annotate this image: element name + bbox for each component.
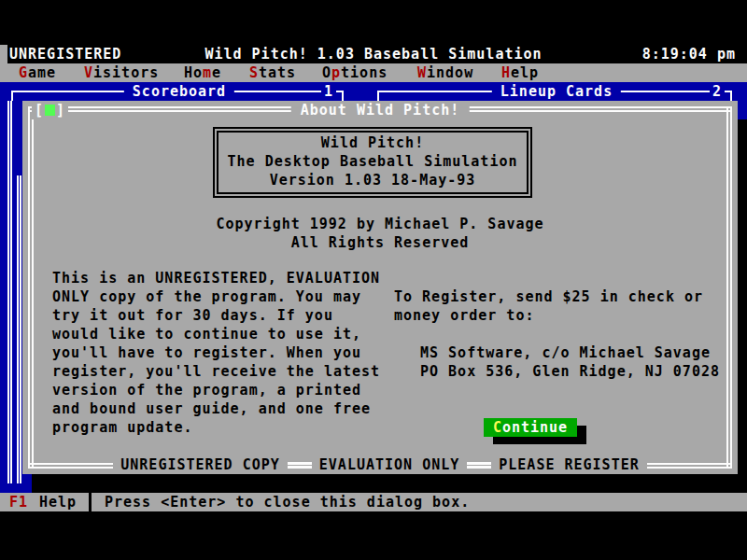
program-subtitle: The Desktop Baseball Simulation [215,152,530,171]
program-version: Version 1.03 18-May-93 [215,171,530,189]
status-bar: F1 Help Press <Enter> to close this dial… [0,493,747,511]
continue-button[interactable]: Continue [484,418,577,437]
register-address: MS Software, c/o Michael Savage PO Box 5… [420,343,738,381]
footer-register: PLEASE REGISTER [491,455,646,474]
menu-help[interactable]: Help [501,63,539,82]
dialog-close-button[interactable]: [] [32,101,68,119]
hotkey-letter: V [84,64,93,81]
window-title-lineup-cards: Lineup Cards [492,82,621,101]
app-titlebar: UNREGISTERED Wild Pitch! 1.03 Baseball S… [0,45,747,63]
window-corner [377,91,379,101]
window-corner [11,91,13,101]
text-line: register, you'll receive the latest [52,362,398,381]
program-info-box: Wild Pitch! The Desktop Baseball Simulat… [213,127,532,198]
rights-line: All Rights Reserved [22,233,738,252]
copyright-line: Copyright 1992 by Michael P. Savage [22,215,738,233]
menu-game[interactable]: Game [19,63,56,82]
text-line: try it out for 30 days. If you [52,306,398,325]
menu-visitors[interactable]: Visitors [84,63,159,82]
hotkey-letter: G [19,64,28,81]
menu-options[interactable]: Options [322,63,388,82]
desktop: UNREGISTERED Wild Pitch! 1.03 Baseball S… [0,45,747,511]
hotkey-letter: m [203,64,212,81]
about-dialog: [] About Wild Pitch! Wild Pitch! The Des… [22,101,738,474]
menu-bar: Game Visitors Home Stats Options Window … [0,63,747,82]
text-line: This is an UNREGISTERED, EVALUATION [52,269,398,287]
dialog-footer: UNREGISTERED COPY EVALUATION ONLY PLEASE… [22,455,738,474]
f1-help-key[interactable]: F1 [9,493,28,511]
dialog-border-left [28,106,34,469]
text-line: ONLY copy of the program. You may [52,287,398,306]
status-message: Press <Enter> to close this dialog box. [105,493,470,511]
text-line: would like to continue to use it, [52,325,398,343]
dialog-title: About Wild Pitch! [291,101,470,119]
text-line: you'll have to register. When you [52,343,398,362]
copyright-block: Copyright 1992 by Michael P. Savage All … [22,215,738,252]
window-corner [342,91,344,101]
footer-evaluation: EVALUATION ONLY [312,455,467,474]
dialog-shadow-right [738,119,747,493]
close-box-icon [45,105,55,116]
menu-stats[interactable]: Stats [249,63,296,82]
window-title-scoreboard: Scoreboard [124,82,234,101]
text-line: money order to: [394,306,730,325]
address-line: PO Box 536, Glen Ridge, NJ 07028 [420,362,738,381]
window-number: 2 [710,82,725,101]
background-window-border [17,175,21,483]
window-corner [730,91,732,101]
hotkey-letter: W [417,64,427,81]
menu-window[interactable]: Window [417,63,473,82]
footer-divider-line [467,462,491,468]
dialog-shadow-bottom [32,474,747,493]
hotkey-letter: p [331,64,341,81]
window-titlebar-lineup-cards[interactable]: Lineup Cards 2 [374,82,740,101]
window-titlebar-scoreboard[interactable]: Scoreboard 1 [7,82,351,101]
footer-unregistered: UNREGISTERED COPY [113,455,288,474]
hotkey-letter: S [249,64,259,81]
dos-screen: UNREGISTERED Wild Pitch! 1.03 Baseball S… [0,0,747,560]
program-name: Wild Pitch! [215,133,530,152]
register-instructions: To Register, send $25 in check or money … [394,287,730,325]
text-line: program update. [52,418,398,437]
text-line: version of the program, a printed [52,381,398,399]
text-line: and bound user guide, and one free [52,399,398,418]
button-hotkey-letter: C [493,419,502,436]
status-divider [89,493,92,511]
window-number: 1 [321,82,336,101]
menu-home[interactable]: Home [184,63,221,82]
text-line: To Register, send $25 in check or [394,287,730,306]
background-window-border [7,101,12,483]
hotkey-letter: H [501,64,511,81]
address-line: MS Software, c/o Michael Savage [420,343,738,362]
f1-help-label[interactable]: Help [39,493,77,511]
clock: 8:19:04 pm [642,45,736,63]
evaluation-text: This is an UNREGISTERED, EVALUATION ONLY… [52,269,398,437]
app-title: Wild Pitch! 1.03 Baseball Simulation [0,45,747,63]
footer-divider-line [288,462,312,468]
